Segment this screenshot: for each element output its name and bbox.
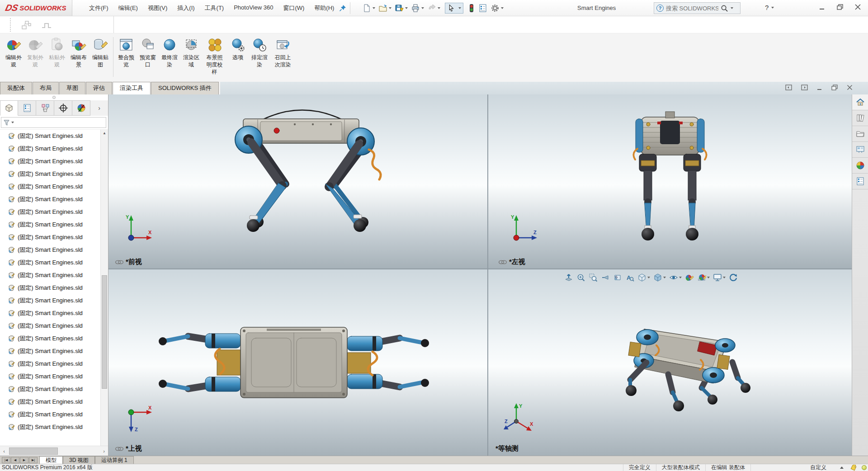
viewport-isometric[interactable]: A Y X Z *等轴测 [488,269,852,456]
viewport-top[interactable]: X Z *上视 [108,269,488,456]
edit-appearance-button[interactable]: 编辑外 观 [3,33,24,82]
viewport-minimize-button[interactable] [817,85,822,90]
apply-scene-button[interactable] [697,273,710,282]
tree-item[interactable]: (固定) Smart Engines.sld [0,130,100,142]
display-style-button[interactable] [653,273,666,282]
tree-item[interactable]: (固定) Smart Engines.sld [0,408,100,421]
custom-properties-button[interactable] [852,174,868,189]
first-tab-button[interactable]: |◀ [2,457,10,463]
menu-tools[interactable]: 工具(T) [200,2,229,14]
section-view-button[interactable] [613,273,622,282]
tree-item[interactable]: (固定) Smart Engines.sld [0,383,100,396]
search-input[interactable] [666,5,718,12]
help-search-box[interactable]: ? [654,2,741,14]
print-button[interactable] [410,3,425,14]
robot-model-front-view[interactable] [108,94,487,268]
minimize-button[interactable] [819,5,825,10]
previous-view-button[interactable] [601,273,610,282]
prev-tab-button[interactable]: ◀ [11,457,19,463]
tree-item[interactable]: (固定) Smart Engines.sld [0,218,100,231]
tree-item[interactable]: (固定) Smart Engines.sld [0,320,100,332]
recall-last-render-button[interactable]: 召回上 次渲染 [270,33,295,82]
tree-item[interactable]: (固定) Smart Engines.sld [0,180,100,193]
menu-window[interactable]: 窗口(W) [278,2,309,14]
tree-item[interactable]: (固定) Smart Engines.sld [0,421,100,433]
menu-file[interactable]: 文件(F) [84,2,113,14]
tree-item[interactable]: (固定) Smart Engines.sld [0,396,100,408]
dock-left-button[interactable] [785,85,792,90]
paste-appearance-button[interactable]: 粘贴外 观 [46,33,68,82]
render-options-button[interactable]: 选项 [227,33,249,82]
last-tab-button[interactable]: ▶| [29,457,38,463]
preview-window-button[interactable]: 预览窗 口 [137,33,159,82]
schedule-render-button[interactable]: 排定渲 染 [249,33,270,82]
tag-icon[interactable] [850,465,857,471]
hide-show-items-button[interactable] [669,273,682,282]
pin-menu-icon[interactable] [339,5,346,12]
next-tab-button[interactable]: ▶ [20,457,28,463]
view-orientation-button[interactable] [637,273,650,282]
viewport-front[interactable]: Y X *前视 [108,94,488,269]
menu-help[interactable]: 帮助(H) [309,2,339,14]
panel-tabs-overflow[interactable]: › [90,100,108,116]
search-icon[interactable] [721,5,728,12]
scroll-left-arrow[interactable]: ‹ [0,448,8,454]
tab-property-manager[interactable] [18,100,36,116]
robot-model-isometric-view[interactable] [488,269,852,456]
view-palette-button[interactable] [852,142,868,158]
scene-illumination-proof-button[interactable]: 布景照 明度校 样 [202,33,227,82]
tree-item[interactable]: (固定) Smart Engines.sld [0,282,100,294]
restore-button[interactable] [837,4,843,10]
toolbar-grip[interactable] [10,18,12,32]
zoom-region-button[interactable] [589,273,598,282]
zoom-to-area-button[interactable] [576,273,585,282]
tree-item[interactable]: (固定) Smart Engines.sld [0,142,100,155]
tree-item[interactable]: (固定) Smart Engines.sld [0,294,100,307]
open-document-button[interactable] [377,3,392,14]
copy-appearance-button[interactable]: 复制外 观 [24,33,46,82]
dock-right-button[interactable] [801,85,808,90]
appearances-scenes-button[interactable] [852,158,868,174]
tab-display-manager[interactable] [72,100,90,116]
zoom-to-fit-button[interactable] [564,273,573,282]
task-list-button[interactable] [477,3,488,14]
tree-item[interactable]: (固定) Smart Engines.sld [0,332,100,345]
menu-view[interactable]: 视图(V) [143,2,172,14]
tab-render-tools[interactable]: 渲染工具 [113,82,151,94]
view-settings-button[interactable] [713,273,726,282]
new-document-button[interactable] [361,3,376,14]
tree-vertical-scrollbar[interactable]: ▲ [100,130,108,446]
search-options-caret[interactable] [731,7,733,9]
tab-motion-study-1[interactable]: 运动算例 1 [95,456,134,464]
scroll-up-arrow[interactable]: ▲ [101,130,108,137]
panel-splitter[interactable] [0,94,108,100]
rotate-view-button[interactable] [729,273,738,282]
tab-assembly[interactable]: 装配体 [0,82,32,94]
scroll-right-arrow[interactable]: › [100,448,108,454]
tab-model[interactable]: 模型 [39,456,63,464]
tree-horizontal-scrollbar[interactable]: ‹ › [0,446,108,456]
menu-photoview360[interactable]: PhotoView 360 [229,2,278,14]
tree-item[interactable]: (固定) Smart Engines.sld [0,193,100,206]
final-render-button[interactable]: 最终渲 染 [159,33,180,82]
tree-item[interactable]: (固定) Smart Engines.sld [0,206,100,218]
tab-configuration-manager[interactable] [36,100,54,116]
tab-dimxpert-manager[interactable] [54,100,72,116]
status-custom[interactable]: 自定义 [805,464,832,471]
robot-model-left-view[interactable] [488,94,852,268]
help-menu[interactable]: ? [765,4,774,11]
tree-item[interactable]: (固定) Smart Engines.sld [0,307,100,320]
viewport-left[interactable]: Y Z *左视 [488,94,852,269]
tab-evaluate[interactable]: 评估 [86,82,112,94]
tab-layout[interactable]: 布局 [33,82,59,94]
edit-appearance-hud-button[interactable] [685,273,694,282]
tree-item[interactable]: (固定) Smart Engines.sld [0,345,100,358]
viewport-restore-button[interactable] [831,85,838,90]
annotation-visibility-button[interactable]: A [625,273,634,282]
select-tool-button[interactable] [445,3,463,14]
tree-item[interactable]: (固定) Smart Engines.sld [0,168,100,180]
undo-button[interactable] [426,3,441,14]
tree-item[interactable]: (固定) Smart Engines.sld [0,155,100,168]
integrated-preview-button[interactable]: 整合预 览 [115,33,137,82]
design-library-button[interactable] [852,110,868,126]
